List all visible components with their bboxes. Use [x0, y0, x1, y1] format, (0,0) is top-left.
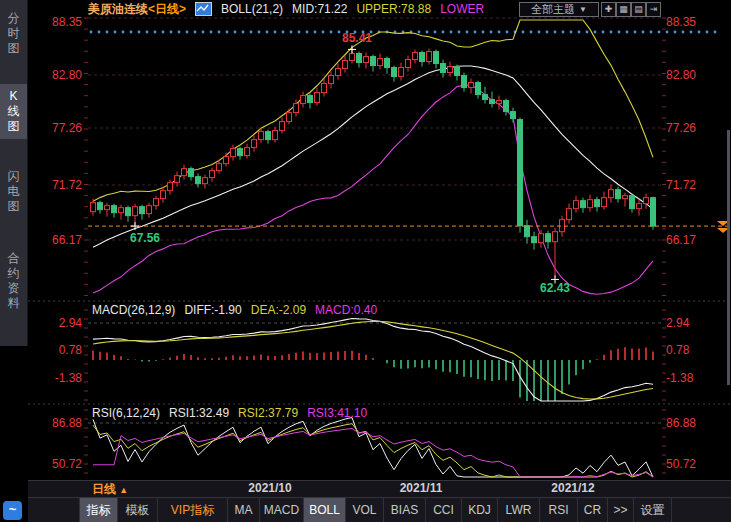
- toolbar-item-BOLL[interactable]: BOLL: [304, 498, 346, 522]
- rsi-tick-right: 50.72: [666, 457, 726, 471]
- price-tick-left: 71.72: [30, 178, 82, 192]
- price-tick-right: 77.26: [666, 121, 726, 135]
- sidebar: 分 时 图K 线 图闪 电 图合 约 资 料: [0, 0, 28, 346]
- boll-upper-value: UPPER:78.88: [356, 2, 431, 16]
- macd-tick-right: -1.38: [666, 371, 726, 385]
- symbol-title: 美原油连续 <日线>: [88, 1, 186, 18]
- trading-app-window: 分 时 图K 线 图闪 电 图合 约 资 料 美原油连续 <日线> BOLL(2…: [0, 0, 731, 522]
- toolbar-item-RSI[interactable]: RSI: [540, 498, 578, 522]
- collapse-right-icon[interactable]: ⇥: [646, 2, 661, 17]
- toolbar-spacer: [28, 498, 80, 522]
- rsi-tick-left: 50.72: [30, 457, 82, 471]
- triangle-up-icon: ▲: [119, 485, 128, 495]
- macd-macd-value: MACD:0.40: [315, 303, 377, 317]
- toolbar-item-xx[interactable]: 模板: [118, 498, 158, 522]
- pane-layout-icon[interactable]: ▦: [616, 2, 631, 17]
- rsi-panel-header: RSI(6,12,24) RSI1:32.49 RSI2:37.79 RSI3:…: [92, 406, 367, 420]
- toolbar-item-xx[interactable]: 指标: [80, 498, 118, 522]
- sidebar-item-4[interactable]: 合 约 资 料: [0, 246, 27, 316]
- rsi-tick-left: 86.88: [30, 416, 82, 430]
- high-price-annotation: 85.41: [342, 31, 372, 45]
- macd-tick-left: 2.94: [30, 316, 82, 330]
- toolbar-item-VOL[interactable]: VOL: [346, 498, 384, 522]
- price-tick-left: 82.80: [30, 68, 82, 82]
- chevron-down-icon: ▼: [579, 5, 587, 14]
- rsi3-value: RSI3:41.10: [307, 406, 367, 420]
- toolbar-item-CR[interactable]: CR: [578, 498, 608, 522]
- boll-lower-label: LOWER: [440, 2, 484, 16]
- indicator-toolbar: 指标模板VIP指标MAMACDBOLLVOLBIASCCIKDJLWRRSICR…: [28, 498, 731, 522]
- macd-panel-header: MACD(26,12,9) DIFF:-1.90 DEA:-2.09 MACD:…: [92, 303, 377, 317]
- date-label-oct: 2021/10: [230, 481, 310, 495]
- sidebar-item-3[interactable]: 闪 电 图: [0, 164, 27, 219]
- rsi1-value: RSI1:32.49: [169, 406, 229, 420]
- crosshair-icon[interactable]: ✚: [601, 2, 616, 17]
- rsi-tick-right: 86.88: [666, 416, 726, 430]
- macd-tick-right: 2.94: [666, 316, 726, 330]
- toolbar-item-xx[interactable]: >>: [608, 498, 634, 522]
- period-label: 日线: [92, 482, 116, 496]
- toolbar-item-VIPxx[interactable]: VIP指标: [158, 498, 228, 522]
- sidebar-item-1[interactable]: 分 时 图: [0, 6, 27, 61]
- toolbar-item-BIAS[interactable]: BIAS: [384, 498, 426, 522]
- symbol-name: 美原油连续: [88, 1, 148, 18]
- price-tick-left: 66.17: [30, 233, 82, 247]
- date-axis-band: [28, 480, 731, 498]
- indicator-icon: [195, 2, 212, 16]
- date-label-nov: 2021/11: [381, 481, 461, 495]
- macd-dea-value: DEA:-2.09: [251, 303, 306, 317]
- price-tick-left: 88.35: [30, 15, 82, 29]
- theme-dropdown-label: 全部主题: [531, 2, 575, 17]
- macd-diff-value: DIFF:-1.90: [184, 303, 241, 317]
- macd-title: MACD(26,12,9): [92, 303, 175, 317]
- price-tick-left: 77.26: [30, 121, 82, 135]
- toolbar-item-MACD[interactable]: MACD: [260, 498, 304, 522]
- early-low-annotation: 67.56: [130, 231, 160, 245]
- macd-tick-right: 0.78: [666, 343, 726, 357]
- macd-tick-left: -1.38: [30, 371, 82, 385]
- app-logo-icon[interactable]: ~: [3, 501, 22, 520]
- candlestick-chart-svg: [0, 0, 731, 522]
- boll-mid-value: MID:71.22: [292, 2, 347, 16]
- sidebar-item-2[interactable]: K 线 图: [0, 84, 27, 139]
- period-selector[interactable]: 日线 ▲: [92, 481, 128, 498]
- toolbar-item-LWR[interactable]: LWR: [498, 498, 540, 522]
- rsi2-value: RSI2:37.79: [238, 406, 298, 420]
- rsi-title: RSI(6,12,24): [92, 406, 160, 420]
- toolbar-item-KDJ[interactable]: KDJ: [462, 498, 498, 522]
- period-tag: <日线>: [148, 1, 186, 18]
- date-label-dec: 2021/12: [533, 481, 613, 495]
- macd-tick-left: 0.78: [30, 343, 82, 357]
- price-tick-right: 88.35: [666, 15, 726, 29]
- chart-header: 美原油连续 <日线> BOLL(21,2) MID:71.22 UPPER:78…: [88, 1, 484, 17]
- pane-list-icon[interactable]: ▤: [631, 2, 646, 17]
- low-price-annotation: 62.43: [540, 281, 570, 295]
- toolbar-item-MA[interactable]: MA: [228, 498, 260, 522]
- theme-dropdown[interactable]: 全部主题 ▼: [519, 2, 599, 17]
- price-tick-right: 71.72: [666, 178, 726, 192]
- price-tick-right: 82.80: [666, 68, 726, 82]
- toolbar-item-xx[interactable]: 设置: [634, 498, 672, 522]
- boll-label: BOLL(21,2): [221, 2, 283, 16]
- price-tick-right: 66.17: [666, 233, 726, 247]
- toolbar-item-CCI[interactable]: CCI: [426, 498, 462, 522]
